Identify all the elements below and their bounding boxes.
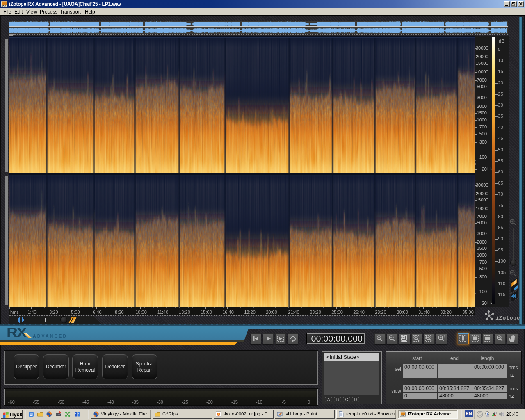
svg-text:RX: RX [2,4,7,7]
svg-text:RX: RX [7,326,27,340]
svg-text:RX: RX [401,414,404,417]
svg-text:iZotope: iZotope [495,315,520,321]
svg-text:00:00:00.000: 00:00:00.000 [311,334,363,344]
svg-text:i: i [487,412,488,415]
svg-text:ADVANCED: ADVANCED [33,333,67,338]
